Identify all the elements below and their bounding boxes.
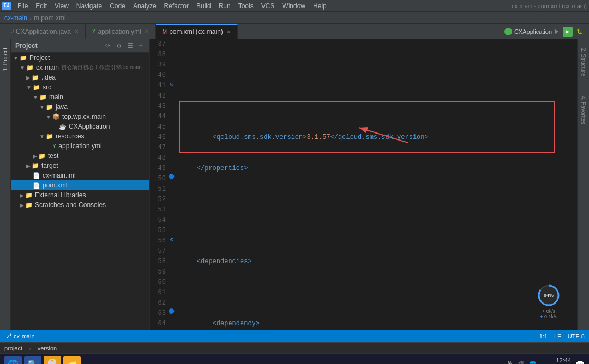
tree-label-resources: resources: [56, 132, 85, 140]
resources-folder-icon: 📁: [46, 133, 53, 140]
taskbar-search[interactable]: 🔍: [24, 356, 41, 365]
tree-item-package[interactable]: ▼ 📦 top.wp.cx.main: [11, 112, 149, 122]
tree-label-idea: .idea: [41, 74, 56, 81]
debug-button[interactable]: 🐛: [575, 27, 585, 37]
taskbar-clock: 12:44 2020/12/15: [541, 356, 571, 364]
tree-arrow-idea: ▶: [26, 75, 31, 81]
tree-arrow-src: ▼: [26, 84, 32, 90]
menu-edit[interactable]: Edit: [32, 1, 50, 11]
breadcrumb-file: m pom.xml: [34, 14, 66, 22]
code-line-38: </properties>: [181, 163, 577, 174]
tab-pom-xml[interactable]: M pom.xml (cx-main) ✕: [156, 24, 238, 39]
taskbar-sound-icon: 🔊: [517, 361, 525, 364]
menu-help[interactable]: Help: [310, 1, 330, 11]
tree-item-target[interactable]: ▶ 📁 target: [11, 161, 149, 171]
taskbar-chrome[interactable]: 🌐: [4, 356, 22, 365]
taskbar-notification-icon[interactable]: 💬: [575, 360, 585, 365]
breadcrumb-project-node: project: [4, 345, 22, 351]
gutter-badge-50: 🔵: [169, 174, 175, 180]
app-icon: IJ: [2, 2, 11, 10]
tree-label-scratches: Scratches and Consoles: [35, 201, 106, 209]
git-branch[interactable]: ⎇ cx-main: [4, 332, 35, 340]
tree-label-target: target: [41, 162, 58, 169]
tree-item-main[interactable]: ▼ 📁 main: [11, 92, 149, 102]
tree-item-test[interactable]: ▶ 📁 test: [11, 151, 149, 161]
tree-label-java: java: [56, 103, 68, 111]
menu-file[interactable]: File: [14, 1, 31, 11]
menu-build[interactable]: Build: [193, 1, 214, 11]
menu-vcs[interactable]: VCS: [258, 1, 278, 11]
taskbar-right: 英 🔊 🌐 12:44 2020/12/15 💬: [507, 356, 585, 364]
tree-label-iml: cx-main.iml: [43, 172, 76, 179]
hide-icon[interactable]: −: [136, 41, 145, 50]
encoding: UTF-8: [568, 333, 585, 339]
gutter: ⊙ ▶ 🔵 ⊙ ▶ 🔵: [169, 39, 179, 330]
breadcrumb-arrow: ›: [29, 345, 31, 351]
taskbar-time: 12:44: [556, 356, 571, 364]
menu-view[interactable]: View: [51, 1, 72, 11]
tree-item-appyml[interactable]: Y application.yml: [11, 141, 149, 151]
code-line-41: <dependencies>: [181, 257, 577, 267]
tree-item-cxmain[interactable]: ▼ 📁 cx-main 初心项目初心工作流引擎/cx-main: [11, 63, 149, 72]
code-line-40: [181, 226, 577, 236]
menu-navigate[interactable]: Navigate: [73, 1, 105, 11]
extlibs-folder-icon: 📁: [25, 192, 33, 199]
cog-icon[interactable]: ⚙: [115, 41, 123, 50]
sync-icon[interactable]: ⟳: [104, 41, 112, 50]
taskbar-folder[interactable]: 📁: [63, 356, 81, 365]
structure-tab[interactable]: 2. Structure: [579, 44, 587, 81]
file-tree: ▼ 📁 Project ▼ 📁 cx-main 初心项目初心工作流引擎/cx-m…: [11, 53, 149, 210]
code-line-42: [181, 288, 577, 298]
tree-item-src[interactable]: ▼ 📁 src: [11, 82, 149, 92]
project-tab[interactable]: 1: Project: [1, 44, 9, 75]
run-config-dropdown-icon[interactable]: [555, 29, 558, 34]
tree-item-pomxml[interactable]: 📄 pom.xml: [11, 180, 149, 190]
memory-used: + 0k/s: [542, 308, 555, 314]
tree-label-package: top.wp.cx.main: [62, 113, 106, 120]
menu-window[interactable]: Window: [279, 1, 309, 11]
src-folder-icon: 📁: [33, 84, 40, 91]
tab-close-cxapplication[interactable]: ✕: [74, 28, 79, 34]
project-folder-icon: 📁: [20, 54, 27, 62]
tree-item-idea[interactable]: ▶ 📁 .idea: [11, 72, 149, 82]
tree-item-external-libs[interactable]: ▶ 📁 External Libraries: [11, 190, 149, 200]
tab-cxapplication[interactable]: J CXApplication.java ✕: [4, 24, 86, 39]
tree-item-resources[interactable]: ▼ 📁 resources: [11, 131, 149, 141]
settings-icon[interactable]: ☰: [125, 41, 134, 50]
menu-code[interactable]: Code: [106, 1, 129, 11]
status-bar: ⎇ cx-main 1:1 LF UTF-8: [0, 330, 589, 342]
right-tabs-strip: 2. Structure 4. Favorites: [577, 39, 589, 330]
menu-tools[interactable]: Tools: [235, 1, 257, 11]
line-numbers: 37 38 39 40 41 42 43 44 45 46 47 48 49 5…: [150, 39, 169, 330]
taskbar-lang: 英: [507, 360, 513, 364]
run-button[interactable]: ▶: [563, 27, 573, 37]
taskbar-intellij[interactable]: 🅘: [44, 356, 61, 365]
tree-item-scratches[interactable]: ▶ 📁 Scratches and Consoles: [11, 200, 149, 210]
sidebar-header: Project ⟳ ⚙ ☰ −: [11, 39, 149, 53]
tree-arrow: ▼: [13, 55, 19, 61]
run-indicator: [504, 28, 512, 35]
code-line-43: <dependency>: [181, 319, 577, 329]
menu-run[interactable]: Run: [215, 1, 234, 11]
tree-item-project[interactable]: ▼ 📁 Project: [11, 53, 149, 63]
tree-arrow-cxmain: ▼: [20, 65, 25, 71]
menu-refactor[interactable]: Refactor: [161, 1, 192, 11]
module-folder-icon: 📁: [26, 64, 34, 71]
tab-application-yml[interactable]: Y application.yml ✕: [86, 24, 156, 39]
tree-item-iml[interactable]: 📄 cx-main.iml: [11, 171, 149, 180]
tree-arrow-extlibs: ▶: [20, 192, 24, 198]
tree-label-extlibs: External Libraries: [35, 191, 86, 199]
tab-close-yml[interactable]: ✕: [145, 28, 149, 34]
tree-item-cxapplication[interactable]: ☕ CXApplication: [11, 122, 149, 131]
tab-close-pom[interactable]: ✕: [226, 29, 231, 35]
appyml-icon: Y: [52, 143, 56, 149]
favorites-tab[interactable]: 4. Favorites: [579, 92, 587, 129]
run-config-label: CXApplication: [514, 28, 552, 35]
menu-analyze[interactable]: Analyze: [130, 1, 160, 11]
package-icon: 📦: [52, 113, 60, 120]
tree-label-src: src: [43, 83, 51, 91]
gutter-icon-41: ⊙: [170, 81, 174, 88]
yml-icon: Y: [92, 28, 96, 34]
tree-item-java-folder[interactable]: ▼ 📁 java: [11, 102, 149, 112]
tab-label-pom: pom.xml (cx-main): [169, 28, 223, 35]
